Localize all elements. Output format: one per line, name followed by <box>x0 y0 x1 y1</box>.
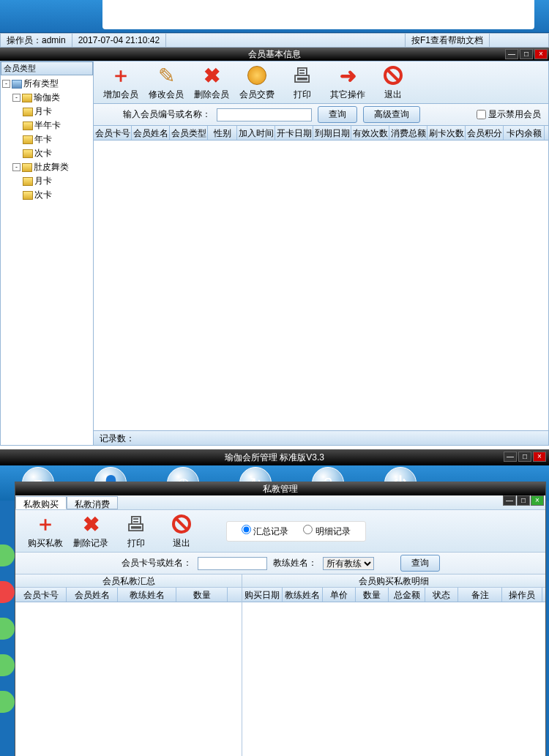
exit-button[interactable]: 退出 <box>370 64 416 101</box>
column-header[interactable]: 购买日期 <box>242 588 283 602</box>
delete-member-button[interactable]: ✖删除会员 <box>189 64 234 101</box>
other-ops-button[interactable]: ➜其它操作 <box>325 64 370 101</box>
forbid-icon <box>384 66 403 85</box>
column-header[interactable]: 开卡日期 <box>275 126 313 140</box>
column-header[interactable]: 会员姓名 <box>132 126 170 140</box>
edit-member-button[interactable]: 修改会员 <box>143 64 189 101</box>
coach-toolbar: ＋购买私教 ✖删除记录 打印 退出 汇总记录 明细记录 <box>15 510 545 553</box>
app2-title: 瑜伽会所管理 标准版V3.3 — □ × <box>0 449 549 465</box>
coach-window-title: 私教管理 — □ × <box>15 482 545 495</box>
minimize-button[interactable]: — <box>504 452 517 462</box>
buy-coach-button[interactable]: ＋购买私教 <box>23 512 68 550</box>
column-header[interactable]: 数量 <box>356 588 389 602</box>
member-pay-button[interactable]: 会员交费 <box>234 64 280 101</box>
column-header[interactable]: 会员类型 <box>170 126 208 140</box>
left-section-header: 会员私教汇总 <box>15 575 242 588</box>
operator-label: 操作员： <box>7 35 42 45</box>
category-tree: 会员类型 -所有类型 -瑜伽类 月卡 半年卡 年卡 次卡 -肚皮舞类 月卡 次卡 <box>0 61 94 446</box>
column-header[interactable]: 备注 <box>458 588 502 602</box>
radio-detail[interactable]: 明细记录 <box>303 525 350 538</box>
right-grid <box>242 602 545 756</box>
side-pill[interactable] <box>0 654 15 676</box>
maximize-button[interactable]: □ <box>520 49 533 59</box>
coach-search-bar: 会员卡号或姓名： 教练姓名： 所有教练 查询 <box>15 553 545 575</box>
print-button[interactable]: 打印 <box>280 64 325 101</box>
tree-item[interactable]: 次卡 <box>2 188 92 202</box>
maximize-button[interactable]: □ <box>517 495 530 506</box>
add-member-button[interactable]: ＋增加会员 <box>98 64 143 101</box>
member-toolbar: ＋增加会员 修改会员 ✖删除会员 会员交费 打印 ➜其它操作 退出 <box>94 61 548 104</box>
datetime-cell: 2017-07-04 21:10:42 <box>72 34 166 47</box>
tree-header: 会员类型 <box>1 61 93 75</box>
search-label: 输入会员编号或名称： <box>123 108 211 121</box>
show-disabled-check[interactable]: 显示禁用会员 <box>477 108 541 121</box>
coach-select[interactable]: 所有教练 <box>323 557 374 570</box>
member-search-bar: 输入会员编号或名称： 查询 高级查询 显示禁用会员 <box>94 104 548 126</box>
column-header[interactable]: 有效次数 <box>351 126 389 140</box>
column-header[interactable]: 卡内余额 <box>504 126 545 140</box>
minimize-button[interactable]: — <box>503 495 516 506</box>
print-button[interactable]: 打印 <box>113 512 159 550</box>
status-bar: 操作员：admin 2017-07-04 21:10:42 按F1查看帮助文档 <box>0 33 549 48</box>
close-button[interactable]: × <box>534 49 548 59</box>
column-header[interactable]: 刷卡次数 <box>427 126 466 140</box>
column-header[interactable]: 会员积分 <box>466 126 504 140</box>
column-header[interactable]: 数量 <box>176 588 228 602</box>
close-button[interactable]: × <box>531 495 544 506</box>
query-button[interactable]: 查询 <box>318 106 357 123</box>
side-pill[interactable] <box>0 544 15 566</box>
tree-root[interactable]: -所有类型 <box>2 77 92 91</box>
maximize-button[interactable]: □ <box>518 452 531 462</box>
card-label: 会员卡号或姓名： <box>122 557 192 569</box>
search-input[interactable] <box>217 108 312 121</box>
column-header[interactable]: 会员姓名 <box>67 588 118 602</box>
forbid-icon <box>172 514 191 534</box>
column-header[interactable]: 会员卡号 <box>15 588 67 602</box>
minimize-button[interactable]: — <box>505 49 518 59</box>
coach-label: 教练姓名： <box>273 557 317 569</box>
tree-cat1[interactable]: -瑜伽类 <box>2 91 92 105</box>
member-window-title: 会员基本信息 — □ × <box>0 48 549 61</box>
column-header[interactable]: 消费总额 <box>389 126 427 140</box>
column-header[interactable]: 加入时间 <box>237 126 275 140</box>
close-button[interactable]: × <box>533 452 546 462</box>
column-header[interactable]: 性别 <box>208 126 237 140</box>
tree-cat2[interactable]: -肚皮舞类 <box>2 160 92 174</box>
tree-item[interactable]: 半年卡 <box>2 119 92 132</box>
operator-value: admin <box>42 35 66 45</box>
tree-item[interactable]: 次卡 <box>2 146 92 160</box>
column-header[interactable]: 教练姓名 <box>118 588 176 602</box>
tree-item[interactable]: 月卡 <box>2 174 92 188</box>
left-grid <box>15 602 242 756</box>
column-header[interactable]: 总金额 <box>389 588 425 602</box>
query-button[interactable]: 查询 <box>400 555 440 572</box>
delete-record-button[interactable]: ✖删除记录 <box>68 512 113 550</box>
exit-button[interactable]: 退出 <box>159 512 204 550</box>
column-header[interactable]: 状态 <box>425 588 458 602</box>
card-input[interactable] <box>198 557 267 570</box>
tab-buy[interactable]: 私教购买 <box>15 496 67 509</box>
right-columns: 购买日期教练姓名单价数量总金额状态备注操作员 <box>242 588 545 602</box>
column-header[interactable]: 操作员 <box>502 588 542 602</box>
side-pill[interactable] <box>0 691 15 713</box>
adv-query-button[interactable]: 高级查询 <box>363 106 420 123</box>
member-grid <box>94 141 548 430</box>
tree-item[interactable]: 月卡 <box>2 105 92 119</box>
operator-cell: 操作员：admin <box>1 34 72 47</box>
column-header[interactable]: 单价 <box>323 588 356 602</box>
right-section-header: 会员购买私教明细 <box>242 575 545 588</box>
coach-tabs: 私教购买 私教消费 <box>15 495 545 510</box>
left-columns: 会员卡号会员姓名教练姓名数量 <box>15 588 242 602</box>
column-header[interactable]: 教练姓名 <box>283 588 323 602</box>
coach-window: 私教管理 — □ × 私教购买 私教消费 ＋购买私教 ✖删除记录 打印 退出 汇… <box>15 482 546 756</box>
tab-consume[interactable]: 私教消费 <box>67 496 118 509</box>
side-pill[interactable] <box>0 618 15 640</box>
radio-summary[interactable]: 汇总记录 <box>242 525 288 538</box>
coin-icon <box>247 66 266 85</box>
side-nav <box>0 544 15 727</box>
column-header[interactable]: 会员卡号 <box>94 126 132 140</box>
help-hint: 按F1查看帮助文档 <box>406 34 490 47</box>
side-pill[interactable] <box>0 581 15 603</box>
column-header[interactable]: 到期日期 <box>313 126 351 140</box>
tree-item[interactable]: 年卡 <box>2 132 92 146</box>
